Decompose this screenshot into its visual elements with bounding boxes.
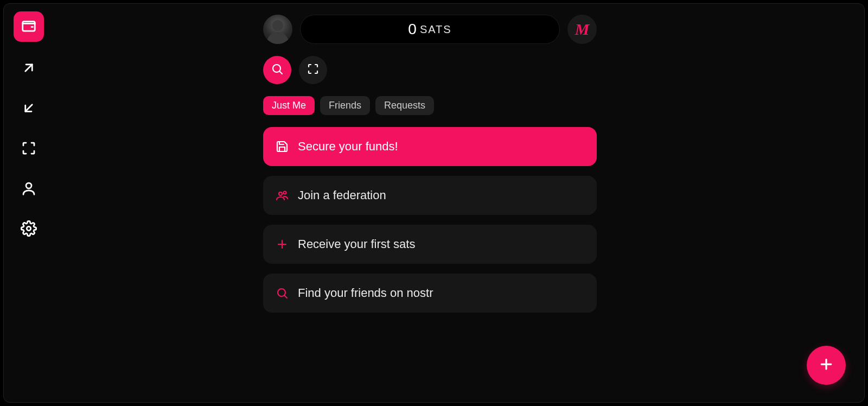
card-secure-funds[interactable]: Secure your funds! [263, 127, 597, 166]
gear-icon [21, 220, 37, 239]
sidebar-item-send[interactable] [14, 56, 44, 82]
card-receive-sats[interactable]: Receive your first sats [263, 225, 597, 264]
search-icon [275, 286, 289, 300]
scan-button[interactable] [299, 56, 327, 84]
people-icon [275, 188, 289, 202]
scan-icon [307, 62, 320, 78]
plus-icon [275, 237, 289, 251]
sidebar-item-wallet[interactable] [14, 11, 44, 42]
scan-icon [21, 140, 37, 158]
action-row [263, 56, 597, 84]
svg-point-1 [26, 183, 31, 188]
user-icon [21, 180, 37, 199]
mint-badge[interactable]: M [567, 15, 597, 44]
sidebar-item-profile[interactable] [14, 176, 44, 202]
tab-label: Friends [329, 100, 361, 111]
top-bar: 0 SATS M [263, 15, 597, 44]
tab-requests[interactable]: Requests [375, 96, 434, 115]
sidebar-item-settings[interactable] [14, 217, 44, 243]
svg-point-5 [284, 192, 286, 194]
app-frame: 0 SATS M Just Me Friends Requests [3, 3, 865, 403]
card-find-friends[interactable]: Find your friends on nostr [263, 274, 597, 313]
sidebar-item-scan[interactable] [14, 136, 44, 162]
tab-friends[interactable]: Friends [320, 96, 370, 115]
svg-point-4 [279, 192, 282, 195]
svg-point-6 [278, 289, 285, 296]
card-label: Receive your first sats [298, 237, 415, 251]
tab-label: Just Me [272, 100, 306, 111]
card-label: Find your friends on nostr [298, 286, 433, 300]
card-label: Secure your funds! [298, 139, 398, 154]
arrow-up-right-icon [21, 60, 37, 78]
tab-label: Requests [384, 100, 425, 111]
avatar[interactable] [263, 15, 292, 44]
sidebar [9, 11, 48, 243]
balance-amount: 0 [408, 21, 417, 38]
card-join-federation[interactable]: Join a federation [263, 176, 597, 215]
tabs: Just Me Friends Requests [263, 96, 597, 115]
main-column: 0 SATS M Just Me Friends Requests [263, 15, 597, 313]
arrow-down-left-icon [21, 100, 37, 118]
svg-point-3 [273, 65, 280, 72]
balance-pill[interactable]: 0 SATS [300, 15, 560, 44]
fab-add[interactable] [807, 346, 846, 385]
tab-just-me[interactable]: Just Me [263, 96, 315, 115]
card-label: Join a federation [298, 188, 386, 202]
wallet-icon [21, 17, 37, 36]
plus-icon [818, 356, 834, 375]
balance-unit: SATS [420, 23, 452, 36]
onboarding-cards: Secure your funds! Join a federation Rec… [263, 127, 597, 313]
search-icon [271, 62, 284, 78]
search-button[interactable] [263, 56, 291, 84]
sidebar-item-receive[interactable] [14, 96, 44, 122]
svg-point-2 [27, 226, 31, 231]
mint-initial: M [575, 20, 590, 39]
save-icon [275, 139, 289, 154]
